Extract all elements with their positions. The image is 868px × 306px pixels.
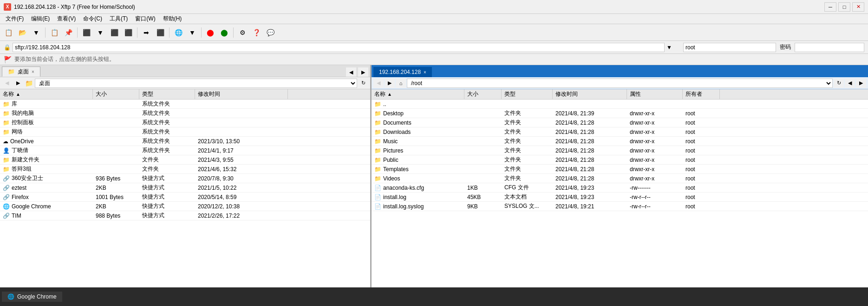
toolbar-red-icon[interactable]: ⬤: [204, 26, 217, 39]
list-item[interactable]: 📁 Documents 文件夹 2021/4/8, 21:28 drwxr-xr…: [372, 118, 868, 127]
right-forward-btn[interactable]: ▶: [385, 79, 395, 88]
toolbar-paste1[interactable]: 📌: [62, 26, 75, 39]
right-panel: 192.168.204.128 × ◀ ▶ ⌂ /root ↻ ◀ ▶ 名称 ▲: [372, 65, 868, 306]
right-nav-extra1[interactable]: ◀: [845, 79, 855, 88]
toolbar: 📋 📂 ▼ 📋 📌 ⬛ ▼ ⬛ ⬛ ➡ ⬛ 🌐 ▼ ⬤ ⬤ ⚙ ❓ 💬: [0, 24, 868, 41]
list-item[interactable]: 🌐 Google Chrome 2KB 快捷方式 2020/12/2, 10:3…: [0, 202, 370, 211]
right-tab-label: 192.168.204.128: [379, 69, 421, 75]
right-col-type-header[interactable]: 类型: [502, 89, 553, 99]
toolbar-nav1[interactable]: ⬛: [80, 26, 93, 39]
list-item[interactable]: 📁 Templates 文件夹 2021/4/8, 21:28 drwxr-xr…: [372, 165, 868, 174]
right-tab-server[interactable]: 192.168.204.128 ×: [373, 67, 432, 77]
toolbar-globe[interactable]: 🌐: [172, 26, 185, 39]
list-item[interactable]: 📄 install.log.syslog 9KB SYSLOG 文... 202…: [372, 202, 868, 211]
list-item[interactable]: 📁 ..: [372, 100, 868, 109]
left-back-btn[interactable]: ◀: [2, 79, 12, 88]
list-item[interactable]: 📁 我的电脑 系统文件夹: [0, 109, 370, 118]
left-path-dropdown[interactable]: 桌面: [35, 79, 357, 88]
list-item[interactable]: 📁 Desktop 文件夹 2021/4/8, 21:39 drwxr-xr-x…: [372, 109, 868, 118]
list-item[interactable]: 🔗 TIM 988 Bytes 快捷方式 2021/2/26, 17:22: [0, 211, 370, 220]
left-col-date-header[interactable]: 修改时间: [195, 89, 288, 99]
menu-bar: 文件(F) 编辑(E) 查看(V) 命令(C) 工具(T) 窗口(W) 帮助(H…: [0, 14, 868, 24]
left-tab-close[interactable]: ×: [32, 69, 34, 74]
right-path-dropdown[interactable]: /root: [407, 79, 833, 88]
right-file-list-header: 名称 ▲ 大小 类型 修改时间 属性 所有者: [372, 89, 868, 100]
list-item[interactable]: 📁 Videos 文件夹 2021/4/8, 21:28 drwxr-xr-x …: [372, 174, 868, 183]
close-button[interactable]: ✕: [852, 2, 864, 12]
right-col-date-header[interactable]: 修改时间: [553, 89, 627, 99]
toolbar-transfer[interactable]: ➡: [140, 26, 153, 39]
left-file-list[interactable]: 名称 ▲ 大小 类型 修改时间 📁 库 系统文件夹: [0, 89, 370, 306]
list-item[interactable]: 📄 anaconda-ks.cfg 1KB CFG 文件 2021/4/8, 1…: [372, 183, 868, 193]
left-refresh-btn[interactable]: ↻: [358, 79, 368, 88]
separator-3: [137, 27, 137, 38]
right-tab-close[interactable]: ×: [424, 70, 426, 75]
menu-file[interactable]: 文件(F): [2, 14, 27, 24]
host-input[interactable]: [683, 43, 776, 52]
list-item[interactable]: 🔗 eztest 2KB 快捷方式 2021/1/5, 10:22: [0, 183, 370, 193]
left-col-size-header[interactable]: 大小: [93, 89, 139, 99]
list-item[interactable]: 📁 新建文件夹 文件夹 2021/4/3, 9:55: [0, 155, 370, 165]
toolbar-settings[interactable]: ⚙: [236, 26, 249, 39]
tab-nav-left[interactable]: ◀: [346, 67, 356, 77]
menu-command[interactable]: 命令(C): [79, 14, 106, 24]
left-col-name-header[interactable]: 名称 ▲: [0, 89, 93, 99]
toolbar-green-icon[interactable]: ⬤: [218, 26, 231, 39]
password-input[interactable]: [795, 43, 864, 52]
toolbar-nav3[interactable]: ⬛: [108, 26, 121, 39]
left-tab-label: 桌面: [18, 68, 29, 76]
menu-edit[interactable]: 编辑(E): [27, 14, 53, 24]
menu-window[interactable]: 窗口(W): [131, 14, 159, 24]
hint-text: 要添加当前会话，点击左侧的箭头按钮。: [14, 55, 115, 63]
list-item[interactable]: 👤 丁晓倩 系统文件夹 2021/4/1, 9:17: [0, 146, 370, 155]
left-col-type-header[interactable]: 类型: [139, 89, 195, 99]
right-nav-extra2[interactable]: ▶: [856, 79, 866, 88]
right-col-name-header[interactable]: 名称 ▲: [372, 89, 464, 99]
menu-tools[interactable]: 工具(T): [106, 14, 131, 24]
list-item[interactable]: 🔗 Firefox 1001 Bytes 快捷方式 2020/5/14, 8:5…: [0, 193, 370, 202]
toolbar-copy1[interactable]: 📋: [48, 26, 61, 39]
maximize-button[interactable]: □: [838, 2, 850, 12]
right-col-perm-header[interactable]: 属性: [627, 89, 683, 99]
tab-nav-right: ◀ ▶: [346, 67, 368, 77]
list-item[interactable]: 🔗 360安全卫士 936 Bytes 快捷方式 2020/7/8, 9:30: [0, 174, 370, 183]
toolbar-info[interactable]: 💬: [264, 26, 277, 39]
toolbar-help[interactable]: ❓: [250, 26, 263, 39]
address-input[interactable]: [13, 43, 665, 52]
toolbar-transfer2[interactable]: ⬛: [154, 26, 167, 39]
menu-view[interactable]: 查看(V): [53, 14, 79, 24]
right-back-btn[interactable]: ◀: [373, 79, 384, 88]
list-item[interactable]: ☁ OneDrive 系统文件夹 2021/3/10, 13:50: [0, 137, 370, 146]
toolbar-open-session[interactable]: 📂: [16, 26, 29, 39]
right-home-btn[interactable]: ⌂: [396, 79, 406, 88]
right-tab-bar: 192.168.204.128 ×: [372, 65, 868, 77]
list-item[interactable]: 📁 控制面板 系统文件夹: [0, 118, 370, 127]
dropdown-arrow[interactable]: ▼: [666, 44, 672, 51]
left-forward-btn[interactable]: ▶: [13, 79, 23, 88]
toolbar-new-session[interactable]: 📋: [2, 26, 15, 39]
taskbar-chrome[interactable]: 🌐 Google Chrome: [2, 292, 62, 302]
left-tab-desktop[interactable]: 📁 桌面 ×: [2, 67, 40, 77]
list-item[interactable]: 📁 Music 文件夹 2021/4/8, 21:28 drwxr-xr-x r…: [372, 137, 868, 146]
right-col-owner-header[interactable]: 所有者: [683, 89, 720, 99]
separator-6: [233, 27, 234, 38]
toolbar-nav4[interactable]: ⬛: [122, 26, 135, 39]
list-item[interactable]: 📁 Downloads 文件夹 2021/4/8, 21:28 drwxr-xr…: [372, 127, 868, 137]
toolbar-nav2[interactable]: ▼: [94, 26, 107, 39]
toolbar-dropdown1[interactable]: ▼: [30, 26, 43, 39]
list-item[interactable]: 📁 网络 系统文件夹: [0, 127, 370, 137]
right-refresh-btn[interactable]: ↻: [834, 79, 844, 88]
toolbar-dropdown2[interactable]: ▼: [186, 26, 199, 39]
list-item[interactable]: 📁 答辩3组 文件夹 2021/4/6, 15:32: [0, 165, 370, 174]
tab-nav-right-btn[interactable]: ▶: [358, 67, 368, 77]
list-item[interactable]: 📄 install.log 45KB 文本文档 2021/4/8, 19:23 …: [372, 193, 868, 202]
list-item[interactable]: 📁 库 系统文件夹: [0, 100, 370, 109]
list-item[interactable]: 📁 Pictures 文件夹 2021/4/8, 21:28 drwxr-xr-…: [372, 146, 868, 155]
left-panel: 📁 桌面 × ◀ ▶ ◀ ▶ 📁 桌面 ↻ 名称 ▲: [0, 65, 372, 306]
list-item[interactable]: 📁 Public 文件夹 2021/4/8, 21:28 drwxr-xr-x …: [372, 155, 868, 165]
minimize-button[interactable]: ─: [824, 2, 836, 12]
right-file-list[interactable]: 名称 ▲ 大小 类型 修改时间 属性 所有者: [372, 89, 868, 306]
right-col-size-header[interactable]: 大小: [464, 89, 502, 99]
app-icon: X: [4, 3, 11, 11]
menu-help[interactable]: 帮助(H): [159, 14, 186, 24]
